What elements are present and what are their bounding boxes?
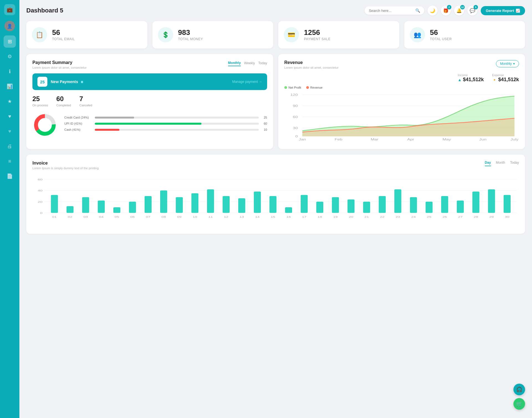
tab-weekly[interactable]: Weekly (244, 60, 255, 66)
svg-rect-48 (207, 189, 214, 213)
metrics-row: 25 On process 60 Completed 7 Canceled (32, 95, 267, 107)
email-icon: 📋 (32, 27, 47, 42)
svg-text:27: 27 (458, 216, 463, 218)
cash-value: 10 (262, 128, 267, 131)
svg-rect-30 (66, 206, 73, 213)
payment-subtitle: Lorem ipsum dolor sit amet, consectetur (32, 66, 87, 69)
completed-label: Completed (56, 104, 71, 107)
income-label: Income (458, 73, 484, 77)
svg-text:Apr: Apr (407, 138, 414, 141)
invoice-tab-month[interactable]: Month (496, 161, 505, 166)
headset-icon: 🎧 (516, 386, 522, 393)
sidebar-logo[interactable]: 💼 (4, 4, 15, 15)
search-input[interactable] (369, 9, 413, 13)
sidebar-item-favorites[interactable]: ★ (4, 95, 16, 107)
stat-number-money: 983 (178, 29, 203, 37)
floating-buttons: 🎧 🛒 (513, 384, 525, 410)
invoice-tabs: Day Month Today (485, 161, 519, 166)
tab-today[interactable]: Today (258, 60, 267, 66)
revenue-meta-spacer (284, 73, 449, 83)
donut-chart (32, 112, 57, 137)
invoice-tab-day[interactable]: Day (485, 161, 491, 166)
svg-text:20: 20 (38, 200, 43, 203)
svg-rect-38 (129, 202, 136, 213)
stat-card-payment: 💳 1256 PAYMENT SALE (278, 21, 399, 48)
svg-text:05: 05 (115, 216, 119, 218)
invoice-header: Invoice Lorem Ipsum is simply dummy text… (32, 161, 519, 170)
payment-tabs: Monthly Weekly Today (228, 60, 267, 66)
support-float-btn[interactable]: 🎧 (513, 384, 525, 395)
sidebar-item-menu[interactable]: ≡ (4, 155, 16, 167)
svg-text:90: 90 (293, 104, 298, 107)
bell-btn[interactable]: 🔔 12 (454, 6, 464, 16)
chat-btn[interactable]: 💬 5 (467, 6, 477, 16)
svg-text:16: 16 (286, 216, 291, 218)
upi-label: UPI ID (41%) (64, 122, 92, 125)
svg-text:30: 30 (505, 216, 510, 218)
expense-label: Expense (492, 73, 519, 77)
sidebar-item-liked[interactable]: ♥ (4, 110, 16, 122)
cart-float-btn[interactable]: 🛒 (513, 398, 525, 410)
svg-rect-58 (285, 207, 292, 213)
tab-monthly[interactable]: Monthly (228, 60, 241, 66)
sidebar-item-analytics[interactable]: 📊 (4, 80, 16, 93)
chart-icon: 📈 (516, 9, 520, 13)
income-value: ▲ $41,512k (458, 77, 484, 83)
manage-payment-link[interactable]: Manage payment → (232, 80, 262, 84)
payment-title: Payment Summary (32, 60, 87, 65)
svg-text:12: 12 (224, 216, 229, 218)
credit-card-value: 25 (262, 116, 267, 119)
dark-mode-btn[interactable]: 🌙 (428, 6, 438, 16)
progress-upi: UPI ID (41%) 60 (64, 122, 267, 125)
svg-text:60: 60 (293, 116, 298, 119)
gift-btn[interactable]: 🎁 2 (441, 6, 451, 16)
metric-canceled: 7 Canceled (79, 95, 92, 107)
expense-value: 🔸 $41,512k (492, 77, 519, 83)
svg-text:02: 02 (68, 216, 73, 218)
net-profit-dot (284, 86, 287, 89)
svg-rect-42 (160, 191, 167, 213)
revenue-label: Revenue (310, 86, 323, 89)
svg-text:17: 17 (302, 216, 307, 218)
svg-rect-50 (222, 196, 229, 213)
sidebar-item-dashboard[interactable]: ⊞ (4, 35, 16, 48)
revenue-chart: 120 90 60 30 0 Jan Feb Mar Apr May Jun J… (284, 92, 519, 142)
svg-text:11: 11 (208, 216, 213, 218)
svg-rect-68 (363, 202, 370, 213)
revenue-monthly-btn[interactable]: Monthly ▾ (496, 60, 519, 67)
legend-net-profit: Net Profit (284, 86, 301, 89)
invoice-tab-today[interactable]: Today (510, 161, 519, 166)
main-content: Dashboard 5 🔍 🌙 🎁 2 🔔 12 💬 5 Gen (19, 0, 532, 418)
svg-text:Jun: Jun (479, 138, 487, 141)
svg-text:26: 26 (443, 216, 447, 218)
invoice-bar-chart: 60 40 20 0 01020304050607080910111213141… (32, 177, 519, 227)
svg-text:0: 0 (40, 211, 43, 214)
revenue-title-group: Revenue Lorem ipsum dolor sit amet, cons… (284, 60, 339, 69)
page-title: Dashboard 5 (26, 7, 63, 14)
revenue-header: Revenue Lorem ipsum dolor sit amet, cons… (284, 60, 519, 69)
sidebar-item-info[interactable]: ℹ (4, 65, 16, 78)
sidebar-item-liked2[interactable]: ♥ (4, 125, 16, 137)
svg-rect-86 (504, 195, 511, 213)
stats-grid: 📋 56 TOTAL EMAIL 💲 983 TOTAL MONEY 💳 125… (26, 21, 525, 48)
invoice-subtitle: Lorem Ipsum is simply dummy text of the … (32, 166, 99, 170)
sidebar-item-docs[interactable]: 📄 (4, 170, 16, 182)
stat-info-payment: 1256 PAYMENT SALE (304, 29, 331, 41)
svg-rect-44 (176, 197, 183, 213)
svg-text:Jan: Jan (299, 138, 306, 141)
sidebar-avatar[interactable]: 👤 (4, 21, 15, 31)
svg-rect-46 (191, 193, 198, 213)
header: Dashboard 5 🔍 🌙 🎁 2 🔔 12 💬 5 Gen (26, 6, 525, 16)
sidebar-item-settings[interactable]: ⚙ (4, 50, 16, 63)
stat-card-users: 👥 56 TOTAL USER (404, 21, 525, 48)
svg-rect-32 (82, 197, 89, 213)
revenue-title: Revenue (284, 60, 339, 65)
svg-text:24: 24 (411, 216, 416, 218)
generate-report-button[interactable]: Generate Report 📈 (481, 6, 525, 15)
legend-revenue: Revenue (306, 86, 323, 89)
svg-text:04: 04 (99, 216, 104, 218)
svg-text:0: 0 (295, 135, 298, 138)
svg-text:Mar: Mar (371, 138, 379, 141)
sidebar-item-print[interactable]: 🖨 (4, 140, 16, 152)
stat-info-email: 56 TOTAL EMAIL (52, 29, 75, 41)
